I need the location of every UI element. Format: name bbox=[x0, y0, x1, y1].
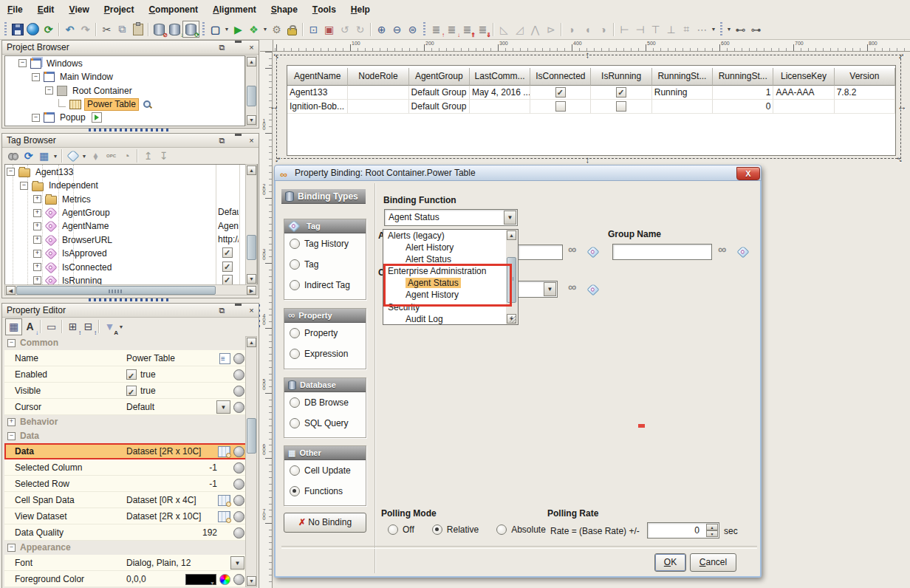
dataset-viewer-icon[interactable] bbox=[218, 495, 230, 506]
scrollbar-thumb[interactable] bbox=[247, 418, 256, 454]
checkbox-checked[interactable] bbox=[126, 386, 137, 396]
window-bounds-icon[interactable]: ▣ bbox=[321, 21, 337, 37]
binding-icon[interactable] bbox=[233, 479, 244, 490]
property-row-cell-span-data[interactable]: Cell Span DataDataset [0R x 4C] bbox=[4, 492, 247, 508]
property-value[interactable]: 0,0,0 bbox=[126, 571, 146, 587]
chevron-down-icon[interactable]: ▼ bbox=[52, 154, 59, 159]
property-value[interactable]: true bbox=[126, 366, 156, 383]
menu-file[interactable]: File bbox=[0, 0, 30, 19]
property-row-font[interactable]: FontDialog, Plain, 12▼ bbox=[4, 555, 247, 571]
subtract-icon[interactable]: ◑ bbox=[595, 21, 611, 37]
align-left-icon[interactable]: ⊢ bbox=[617, 21, 632, 37]
zoom-out-icon[interactable]: ⊖ bbox=[389, 21, 405, 37]
panel-splitter[interactable] bbox=[89, 129, 170, 131]
binding-option-cell-update[interactable]: Cell Update bbox=[284, 460, 366, 481]
refresh-tags-icon[interactable]: ⟳ bbox=[21, 148, 36, 164]
chevron-down-icon[interactable]: ▼ bbox=[504, 211, 516, 225]
list-item[interactable]: Alerts (legacy) bbox=[383, 230, 518, 242]
scroll-up-icon[interactable]: ▲ bbox=[507, 230, 516, 240]
tag-browser-hscrollbar[interactable]: ◀ ▶ bbox=[4, 284, 258, 295]
paste-icon[interactable] bbox=[130, 21, 146, 37]
hscrollbar-thumb[interactable] bbox=[16, 286, 216, 295]
close-icon[interactable]: × bbox=[247, 136, 256, 146]
chevron-down-icon[interactable]: ▼ bbox=[81, 154, 88, 159]
float-icon[interactable]: ⧉ bbox=[217, 43, 227, 52]
tag-browser-scrollbar[interactable]: ▲ ▼ bbox=[245, 164, 257, 285]
binding-icon[interactable] bbox=[233, 511, 244, 522]
chevron-down-icon[interactable]: ▼ bbox=[710, 27, 717, 32]
menu-shape[interactable]: Shape bbox=[264, 0, 305, 19]
align-bottom-icon[interactable]: ⊥ bbox=[663, 21, 679, 37]
property-row-selected-column[interactable]: Selected Column-1 bbox=[4, 459, 247, 476]
redo-icon[interactable]: ↷ bbox=[78, 21, 93, 37]
list-item[interactable]: Audit Log bbox=[383, 313, 518, 325]
radio-icon[interactable] bbox=[290, 349, 300, 359]
scroll-up-icon[interactable]: ▲ bbox=[247, 57, 256, 66]
no-binding-button[interactable]: ✗ No Binding bbox=[284, 513, 366, 533]
tree-item-windows[interactable]: −Windows bbox=[5, 56, 244, 69]
chain-link-icon[interactable]: ∞ bbox=[718, 246, 726, 253]
binding-icon[interactable] bbox=[233, 386, 244, 397]
magnifier-icon[interactable] bbox=[143, 100, 152, 109]
property-row-cursor[interactable]: CursorDefault▼ bbox=[4, 399, 247, 415]
lock-icon[interactable] bbox=[284, 21, 300, 37]
chain-link-icon[interactable]: ∞ bbox=[568, 284, 576, 291]
dialog-title-bar[interactable]: ∞ Property Binding: Root Container.Power… bbox=[274, 165, 762, 181]
polling-rate-spinner[interactable]: 0 ▲ ▼ bbox=[647, 522, 719, 539]
property-value[interactable]: 192 bbox=[202, 524, 217, 541]
binding-icon[interactable] bbox=[233, 353, 244, 364]
property-value[interactable]: Default bbox=[126, 399, 154, 415]
binding-option-sql-query[interactable]: SQL Query bbox=[284, 413, 366, 434]
project-browser-scrollbar[interactable]: ▲ ▼ bbox=[245, 55, 257, 126]
tag-icon[interactable] bbox=[587, 284, 600, 296]
resize-handle[interactable]: ↔ bbox=[269, 102, 279, 112]
project-properties-icon[interactable]: ⚙ bbox=[269, 21, 284, 37]
toolbar-grip[interactable] bbox=[423, 22, 425, 36]
collapse-icon[interactable]: − bbox=[18, 59, 27, 67]
radio-icon[interactable] bbox=[290, 397, 300, 408]
agent-id-field[interactable] bbox=[518, 245, 563, 260]
collapse-all-icon[interactable]: ⊟↕ bbox=[81, 319, 96, 335]
cut-icon[interactable]: ✂ bbox=[99, 21, 114, 37]
close-icon[interactable]: × bbox=[247, 306, 256, 315]
menu-project[interactable]: Project bbox=[97, 0, 142, 19]
expand-icon[interactable]: + bbox=[7, 418, 16, 426]
polling-mode-relative[interactable]: Relative bbox=[432, 524, 479, 535]
expand-icon[interactable]: + bbox=[33, 195, 41, 203]
zoom-in-icon[interactable]: ⊕ bbox=[374, 21, 389, 37]
group-name-field[interactable] bbox=[612, 244, 712, 260]
radio-icon[interactable] bbox=[290, 465, 300, 476]
radio-icon[interactable] bbox=[496, 524, 507, 535]
radio-icon[interactable] bbox=[388, 524, 398, 535]
tag-icon[interactable] bbox=[587, 246, 600, 259]
update-project-icon[interactable]: ⟳ bbox=[41, 21, 56, 37]
binding-icon[interactable] bbox=[233, 369, 244, 380]
tree-item-metrics[interactable]: +Metrics bbox=[5, 192, 257, 205]
property-value[interactable]: Dialog, Plain, 12 bbox=[126, 555, 191, 571]
collapse-icon[interactable]: − bbox=[20, 182, 28, 190]
binding-option-functions[interactable]: Functions bbox=[284, 481, 366, 502]
chevron-down-icon[interactable]: ▼ bbox=[544, 282, 556, 296]
section-common[interactable]: −Common bbox=[4, 336, 247, 350]
union-icon[interactable]: ◗ bbox=[564, 21, 580, 37]
menu-tools[interactable]: Tools bbox=[305, 0, 343, 19]
tree-item-isapproved[interactable]: +IsApproved bbox=[5, 246, 257, 259]
db-read-icon[interactable]: ↓ bbox=[167, 21, 182, 37]
checkbox-checked[interactable] bbox=[126, 369, 137, 380]
chevron-down-icon[interactable]: ▼ bbox=[230, 556, 244, 570]
radio-icon[interactable] bbox=[290, 259, 300, 270]
export-tags-icon[interactable]: ↧ bbox=[156, 148, 171, 164]
spinner-down-icon[interactable]: ▼ bbox=[706, 530, 718, 537]
menu-component[interactable]: Component bbox=[141, 0, 205, 19]
list-item[interactable]: Alert History bbox=[383, 242, 518, 253]
polling-mode-absolute[interactable]: Absolute bbox=[496, 524, 546, 535]
float-icon[interactable]: ⧉ bbox=[217, 136, 227, 146]
binding-option-tag[interactable]: Tag bbox=[284, 254, 366, 275]
bring-to-front-icon[interactable]: ≣⇑ bbox=[459, 21, 475, 37]
db-readwrite-icon[interactable]: ⟳ bbox=[182, 21, 199, 38]
menu-alignment[interactable]: Alignment bbox=[205, 0, 264, 19]
match-width-icon[interactable]: ⊷ bbox=[733, 21, 748, 37]
property-row-foreground-color[interactable]: Foreground Color0,0,0 bbox=[4, 571, 247, 587]
property-row-selected-row[interactable]: Selected Row-1 bbox=[4, 476, 247, 492]
flip-vertical-icon[interactable]: ⊳ bbox=[543, 21, 558, 37]
